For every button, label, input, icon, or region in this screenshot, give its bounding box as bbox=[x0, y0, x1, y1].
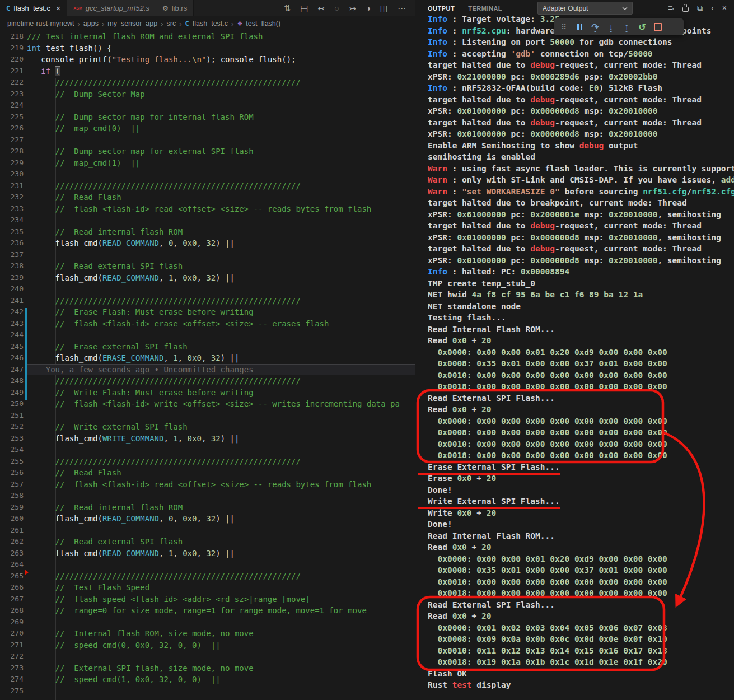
code-line-263[interactable]: 263 flash_cmd(READ_COMMAND, 1, 0x0, 32) … bbox=[0, 548, 415, 559]
open-output-in-editor-icon[interactable]: ⧉ bbox=[697, 4, 703, 12]
pause-button[interactable] bbox=[574, 21, 585, 33]
code-line-234[interactable]: 234 bbox=[0, 214, 415, 226]
breadcrumb-item[interactable]: apps bbox=[83, 20, 99, 27]
blame-annotations-icon[interactable]: ◑ bbox=[366, 4, 371, 12]
code-line-272[interactable]: 272 bbox=[0, 651, 415, 662]
stop-button[interactable] bbox=[653, 21, 663, 33]
code-line-239[interactable]: 239 flash_cmd(READ_COMMAND, 1, 0x0, 32) … bbox=[0, 272, 415, 284]
close-tab-icon[interactable]: × bbox=[56, 4, 60, 13]
code-line-236[interactable]: 236 flash_cmd(READ_COMMAND, 0, 0x0, 32) … bbox=[0, 237, 415, 249]
token: -request, current mode: Thread bbox=[555, 118, 702, 127]
drag-handle[interactable]: ⠿ bbox=[559, 21, 569, 33]
code-line-223[interactable]: 223 // Dump Sector Map bbox=[0, 88, 415, 100]
collapse-panel-icon[interactable]: ‹ bbox=[711, 4, 714, 12]
code-line-242[interactable]: 242 // Erase Flash: Must erase before wr… bbox=[0, 306, 415, 318]
code-line-230[interactable]: 230 bbox=[0, 169, 415, 180]
breadcrumb-item[interactable]: pinetime-rust-mynewt bbox=[7, 20, 74, 27]
code-line-253[interactable]: 253 flash_cmd(WRITE_COMMAND, 1, 0x0, 32)… bbox=[0, 433, 415, 445]
code-line-221[interactable]: 221 if ( bbox=[0, 66, 415, 77]
code-line-248[interactable]: 248 ////////////////////////////////////… bbox=[0, 375, 415, 387]
code-line-229[interactable]: 229 // map_cmd(1) || bbox=[0, 157, 415, 169]
code-line-246[interactable]: 246 flash_cmd(ERASE_COMMAND, 1, 0x0, 32)… bbox=[0, 352, 415, 364]
previous-change-icon[interactable]: ↢ bbox=[318, 4, 325, 12]
code-line-224[interactable]: 224 bbox=[0, 100, 415, 111]
breadcrumb-item[interactable]: my_sensor_app bbox=[107, 20, 157, 27]
step-over-button[interactable]: ↷ bbox=[590, 21, 600, 33]
code-line-268[interactable]: 268 // range=0 for size mode, range=1 fo… bbox=[0, 605, 415, 617]
code-line-240[interactable]: 240 bbox=[0, 283, 415, 295]
code-line-252[interactable]: 252 // Write external SPI flash bbox=[0, 421, 415, 433]
code-line-233[interactable]: 233 // flash <flash-id> read <offset> <s… bbox=[0, 203, 415, 215]
code-line-249[interactable]: 249 // Write Flash: Must erase before wr… bbox=[0, 387, 415, 399]
code-line-269[interactable]: 269 bbox=[0, 617, 415, 628]
code-line-255[interactable]: 255 ////////////////////////////////////… bbox=[0, 456, 415, 468]
code-line-264[interactable]: 264 bbox=[0, 559, 415, 571]
code-line-259[interactable]: 259 // Read internal flash ROM bbox=[0, 502, 415, 514]
code-line-256[interactable]: 256 // Read Flash bbox=[0, 467, 415, 479]
code-line-245[interactable]: 245 // Erase external SPI flash bbox=[0, 341, 415, 353]
code-line-225[interactable]: 225 // Dump sector map for internal flas… bbox=[0, 111, 415, 123]
code-line-271[interactable]: 271 // speed_cmd(0, 0x0, 32, 0, 0) || bbox=[0, 640, 415, 651]
code-line-228[interactable]: 228 // Dump sector map for external SPI … bbox=[0, 146, 415, 157]
code-line-227[interactable]: 227 bbox=[0, 134, 415, 146]
restart-button[interactable]: ↺ bbox=[637, 21, 647, 33]
code-line-273[interactable]: 273 // External SPI flash, size mode, no… bbox=[0, 662, 415, 674]
line-content bbox=[27, 617, 415, 628]
code-line-265[interactable]: 265 ////////////////////////////////////… bbox=[0, 571, 415, 582]
line-number: 218 bbox=[0, 31, 24, 43]
code-line-219[interactable]: 219int test_flash() { bbox=[0, 43, 415, 54]
next-change-icon[interactable]: ↣ bbox=[349, 4, 356, 12]
token: ( bbox=[97, 434, 102, 443]
tab-gcc-startup-nrf52-s[interactable]: ASMgcc_startup_nrf52.s bbox=[67, 0, 156, 16]
code-line-262[interactable]: 262 // Read external SPI flash bbox=[0, 536, 415, 548]
panel-tab-output[interactable]: OUTPUT bbox=[428, 1, 455, 15]
token: msp: bbox=[579, 233, 609, 242]
breadcrumb[interactable]: pinetime-rust-mynewt›apps›my_sensor_app›… bbox=[0, 16, 415, 31]
token: // Read external SPI flash bbox=[55, 537, 183, 546]
code-line-231[interactable]: 231 ////////////////////////////////////… bbox=[0, 180, 415, 192]
code-line-258[interactable]: 258 bbox=[0, 490, 415, 502]
code-line-250[interactable]: 250 // flash <flash-id> write <offset> <… bbox=[0, 398, 415, 410]
compare-changes-icon[interactable]: ⇅ bbox=[284, 4, 291, 12]
tab-flash-test-c[interactable]: Cflash_test.c× bbox=[0, 0, 67, 16]
close-panel-icon[interactable]: × bbox=[722, 4, 727, 12]
code-line-226[interactable]: 226 // map_cmd(0) || bbox=[0, 123, 415, 134]
code-line-244[interactable]: 244 bbox=[0, 329, 415, 341]
code-line-251[interactable]: 251 bbox=[0, 410, 415, 422]
tab-lib-rs[interactable]: ⚙lib.rs bbox=[156, 0, 194, 16]
code-line-261[interactable]: 261 bbox=[0, 525, 415, 536]
breadcrumb-item[interactable]: test_flash() bbox=[246, 20, 280, 27]
code-line-275[interactable]: 275 bbox=[0, 685, 415, 697]
code-line-267[interactable]: 267 // flash_speed <flash_id> <addr> <rd… bbox=[0, 594, 415, 605]
code-line-237[interactable]: 237 bbox=[0, 249, 415, 261]
code-line-220[interactable]: 220 console_printf("Testing flash...\n")… bbox=[0, 54, 415, 66]
code-line-235[interactable]: 235 // Read internal flash ROM bbox=[0, 226, 415, 238]
code-line-270[interactable]: 270 // Internal flash ROM, size mode, no… bbox=[0, 628, 415, 640]
code-line-232[interactable]: 232 // Read Flash bbox=[0, 192, 415, 203]
code-line-241[interactable]: 241 ////////////////////////////////////… bbox=[0, 295, 415, 307]
code-line-247[interactable]: 247 You, a few seconds ago • Uncommitted… bbox=[0, 364, 415, 376]
code-line-266[interactable]: 266 // Test Flash Speed bbox=[0, 582, 415, 594]
step-out-button[interactable]: ↑ bbox=[621, 21, 632, 33]
panel-tab-terminal[interactable]: TERMINAL bbox=[468, 1, 502, 15]
more-actions-icon[interactable]: ⋯ bbox=[398, 4, 406, 12]
code-line-257[interactable]: 257 // flash <flash-id> read <offset> <s… bbox=[0, 479, 415, 491]
breadcrumb-item[interactable]: flash_test.c bbox=[193, 20, 228, 27]
step-into-button[interactable]: ↓ bbox=[606, 21, 616, 33]
code-line-260[interactable]: 260 flash_cmd(READ_COMMAND, 0, 0x0, 32) … bbox=[0, 513, 415, 525]
code-line-222[interactable]: 222 ////////////////////////////////////… bbox=[0, 77, 415, 88]
code-line-274[interactable]: 274 // speed_cmd(1, 0x0, 32, 0, 0) || bbox=[0, 674, 415, 685]
clear-output-icon[interactable]: ≡x bbox=[668, 4, 674, 12]
split-editor-icon[interactable]: ◫ bbox=[380, 4, 388, 12]
code-area[interactable]: 218/// Test internal flash ROM and exter… bbox=[0, 31, 415, 700]
breadcrumb-item[interactable]: src bbox=[167, 20, 176, 27]
file-preview-icon[interactable]: ▤ bbox=[300, 4, 308, 12]
current-change-icon[interactable]: ○ bbox=[334, 4, 339, 12]
output-scrollbar[interactable] bbox=[727, 16, 734, 700]
code-line-243[interactable]: 243 // flash <flash-id> erase <offset> <… bbox=[0, 318, 415, 330]
code-line-254[interactable]: 254 bbox=[0, 444, 415, 456]
unlock-icon[interactable] bbox=[682, 4, 689, 12]
code-line-218[interactable]: 218/// Test internal flash ROM and exter… bbox=[0, 31, 415, 43]
code-line-238[interactable]: 238 // Read external SPI flash bbox=[0, 260, 415, 272]
output-channel-select[interactable]: Adapter Output bbox=[537, 2, 633, 15]
